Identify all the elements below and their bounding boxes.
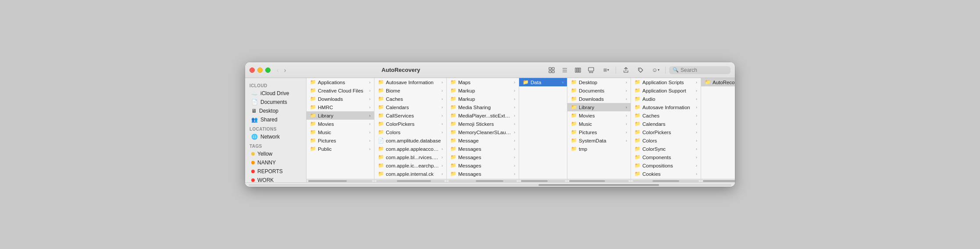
list-item[interactable]: 📁 Application Support ›: [631, 86, 701, 95]
search-input[interactable]: [681, 67, 727, 73]
list-item[interactable]: 📁 com.apple.bl...rvices.cloud ›: [374, 153, 446, 161]
arrow-icon: ›: [696, 89, 697, 93]
list-item[interactable]: 📁 Public ›: [306, 145, 374, 153]
list-item[interactable]: 📁 Music ›: [306, 128, 374, 136]
list-item[interactable]: 📁 Downloads ›: [306, 95, 374, 103]
list-item-library[interactable]: 📁 Library ›: [306, 111, 374, 120]
list-item[interactable]: 📁 Music ›: [567, 120, 631, 128]
view-options-button[interactable]: ⊞▾: [600, 65, 612, 75]
list-item[interactable]: 📁 Autosave Information ›: [374, 78, 446, 86]
list-item[interactable]: 📁 SystemData ›: [567, 136, 631, 145]
list-item[interactable]: 📁 ColorPickers ›: [631, 128, 701, 136]
list-item[interactable]: 📁 Movies ›: [306, 120, 374, 128]
list-item[interactable]: 📁 Cookies ›: [631, 170, 701, 178]
folder-icon: 📁: [450, 171, 456, 177]
list-item[interactable]: 📁 Markup ›: [447, 86, 519, 95]
finder-window: ‹ › AutoRecovery: [245, 62, 735, 187]
sidebar-item-reports[interactable]: REPORTS: [247, 167, 304, 176]
list-item-autorecovery[interactable]: 📁 AutoRecovery: [701, 78, 735, 86]
icon-view-button[interactable]: [545, 65, 558, 75]
list-item-library2[interactable]: 📁 Library ›: [567, 103, 631, 111]
list-item[interactable]: 📁 com.apple.internal.ck ›: [374, 170, 446, 178]
list-item[interactable]: 📁 Components ›: [631, 153, 701, 161]
list-item[interactable]: 📁 ColorSync ›: [631, 145, 701, 153]
list-item[interactable]: 📄 com.amplitude.database: [374, 136, 446, 145]
share-button[interactable]: [620, 65, 632, 75]
list-item[interactable]: 📁 Caches ›: [631, 111, 701, 120]
column-view-button[interactable]: [572, 65, 584, 75]
list-item[interactable]: 📁 Applications ›: [306, 78, 374, 86]
list-item[interactable]: 📁 Pictures ›: [306, 136, 374, 145]
list-item-data[interactable]: 📁 Data ›: [519, 78, 567, 86]
sidebar-item-work[interactable]: WORK: [247, 176, 304, 182]
list-item[interactable]: 📁 Colors ›: [374, 128, 446, 136]
sidebar-item-icloud-drive[interactable]: ☁️ iCloud Drive: [247, 89, 304, 98]
svg-rect-3: [552, 71, 554, 73]
list-item[interactable]: 📁 Pictures ›: [567, 128, 631, 136]
list-item[interactable]: 📁 Messages ›: [447, 170, 519, 178]
list-item[interactable]: 📁 com.apple.ic...earchpartyd ›: [374, 161, 446, 170]
arrow-icon: ›: [626, 89, 627, 93]
list-item[interactable]: 📁 HMRC ›: [306, 103, 374, 111]
list-item[interactable]: 📁 Movies ›: [567, 111, 631, 120]
list-item[interactable]: 📁 Messages ›: [447, 153, 519, 161]
arrow-icon: ›: [369, 97, 371, 101]
list-item[interactable]: 📁 Memoji Stickers ›: [447, 120, 519, 128]
list-item[interactable]: 📁 CallServices ›: [374, 111, 446, 120]
arrow-icon: ›: [696, 105, 697, 110]
list-item[interactable]: 📁 Message ›: [447, 136, 519, 145]
folder-icon: 📁: [310, 104, 316, 110]
sidebar-item-network[interactable]: 🌐 Network: [247, 132, 304, 141]
list-item[interactable]: 📁 Caches ›: [374, 95, 446, 103]
list-item[interactable]: 📁 Colors ›: [631, 136, 701, 145]
sidebar-item-shared[interactable]: 👥 Shared: [247, 115, 304, 124]
list-view-button[interactable]: [559, 65, 571, 75]
arrow-icon: ›: [369, 147, 371, 151]
list-item[interactable]: 📁 Downloads ›: [567, 95, 631, 103]
list-item[interactable]: 📁 tmp: [567, 145, 631, 153]
list-item[interactable]: 📁 Maps ›: [447, 78, 519, 86]
list-item[interactable]: 📁 MemoryCleanerSLauncher ›: [447, 128, 519, 136]
list-item[interactable]: 📁 Media Sharing ›: [447, 103, 519, 111]
list-item[interactable]: 📁 MediaPlayer...sticExtension ›: [447, 111, 519, 120]
folder-icon: 📁: [634, 154, 641, 160]
list-item[interactable]: 📁 Documents ›: [567, 86, 631, 95]
horizontal-scroll-area[interactable]: [245, 184, 735, 186]
titlebar: ‹ › AutoRecovery: [245, 62, 735, 78]
list-item[interactable]: 📁 Compositions ›: [631, 161, 701, 170]
list-item[interactable]: 📁 Audio ›: [631, 95, 701, 103]
sidebar-item-documents[interactable]: 📄 Documents: [247, 98, 304, 107]
gallery-view-button[interactable]: [585, 65, 597, 75]
sidebar-section-locations: Locations: [245, 124, 306, 132]
list-item[interactable]: 📁 Biome ›: [374, 86, 446, 95]
arrow-icon: ›: [696, 139, 697, 143]
list-item[interactable]: 📁 Messages ›: [447, 145, 519, 153]
arrow-icon: ›: [626, 122, 627, 126]
list-item[interactable]: 📁 Calendars ›: [374, 103, 446, 111]
close-button[interactable]: [249, 68, 255, 73]
list-item[interactable]: 📁 Desktop ›: [567, 78, 631, 86]
list-item[interactable]: 📁 Creative Cloud Files ›: [306, 86, 374, 95]
folder-icon: 📁: [450, 79, 456, 85]
list-item[interactable]: 📁 com.apple.appleaccountd ›: [374, 145, 446, 153]
column-7: 📁 AutoRecovery: [701, 78, 735, 182]
search-box[interactable]: 🔍: [669, 66, 731, 74]
list-item[interactable]: 📁 Markup ›: [447, 95, 519, 103]
sidebar-item-yellow[interactable]: Yellow: [247, 149, 304, 158]
list-item[interactable]: 📁 Autosave Information ›: [631, 103, 701, 111]
folder-icon: 📁: [378, 171, 384, 177]
column-2-items: 📁 Autosave Information › 📁 Biome › 📁 Cac…: [374, 78, 446, 179]
sidebar-item-nanny[interactable]: NANNY: [247, 158, 304, 167]
list-item[interactable]: 📁 Application Scripts ›: [631, 78, 701, 86]
list-item[interactable]: 📁 Calendars ›: [631, 120, 701, 128]
arrow-icon: ›: [514, 164, 515, 168]
folder-icon: 📁: [450, 88, 456, 93]
tag-button[interactable]: [634, 65, 647, 75]
list-item[interactable]: 📁 ColorPickers ›: [374, 120, 446, 128]
arrow-icon: ›: [562, 80, 563, 85]
arrow-icon: ›: [514, 114, 515, 118]
yellow-tag-dot: [251, 152, 255, 156]
list-item[interactable]: 📁 Messages ›: [447, 161, 519, 170]
more-button[interactable]: ☺▾: [649, 65, 662, 75]
sidebar-item-desktop[interactable]: 🖥 Desktop: [247, 107, 304, 115]
